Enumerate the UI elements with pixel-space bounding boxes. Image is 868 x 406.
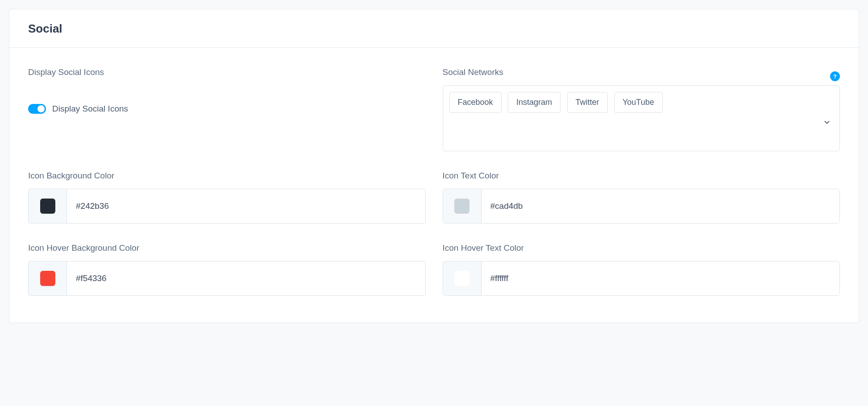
icon-hover-text-swatch bbox=[454, 271, 469, 286]
display-social-icons-field: Display Social Icons Display Social Icon… bbox=[28, 67, 426, 151]
icon-bg-label: Icon Background Color bbox=[28, 171, 426, 181]
chip-twitter[interactable]: Twitter bbox=[567, 92, 608, 113]
icon-bg-input[interactable] bbox=[67, 189, 425, 223]
icon-hover-text-color-field: Icon Hover Text Color bbox=[443, 243, 840, 296]
icon-text-input[interactable] bbox=[482, 189, 840, 223]
icon-hover-bg-color-field: Icon Hover Background Color bbox=[28, 243, 426, 296]
social-networks-field: Social Networks ? Facebook Instagram Twi… bbox=[443, 67, 840, 151]
icon-hover-bg-swatch bbox=[40, 271, 55, 286]
icon-bg-color-field: Icon Background Color bbox=[28, 171, 426, 224]
social-settings-card: Social Display Social Icons Display Soci… bbox=[9, 9, 859, 323]
card-title: Social bbox=[28, 22, 840, 36]
icon-text-color-field: Icon Text Color bbox=[443, 171, 840, 224]
icon-hover-text-label: Icon Hover Text Color bbox=[443, 243, 840, 253]
help-icon[interactable]: ? bbox=[830, 71, 840, 81]
display-social-toggle[interactable] bbox=[28, 104, 46, 114]
icon-text-swatch bbox=[454, 199, 469, 214]
social-networks-heading: Social Networks bbox=[443, 67, 503, 77]
display-social-heading: Display Social Icons bbox=[28, 67, 426, 77]
display-social-toggle-row: Display Social Icons bbox=[28, 104, 426, 114]
display-social-toggle-label: Display Social Icons bbox=[52, 104, 128, 114]
icon-text-label: Icon Text Color bbox=[443, 171, 840, 181]
icon-text-swatch-button[interactable] bbox=[443, 189, 482, 223]
icon-hover-bg-input[interactable] bbox=[67, 261, 425, 295]
chevron-down-icon[interactable] bbox=[822, 118, 831, 128]
icon-hover-text-swatch-button[interactable] bbox=[443, 261, 482, 295]
icon-bg-swatch-button[interactable] bbox=[29, 189, 67, 223]
chip-facebook[interactable]: Facebook bbox=[449, 92, 502, 113]
icon-hover-bg-label: Icon Hover Background Color bbox=[28, 243, 426, 253]
social-networks-select[interactable]: Facebook Instagram Twitter YouTube bbox=[443, 85, 840, 151]
icon-hover-bg-swatch-button[interactable] bbox=[29, 261, 67, 295]
card-header: Social bbox=[9, 9, 859, 48]
icon-hover-text-input[interactable] bbox=[482, 261, 840, 295]
icon-bg-swatch bbox=[40, 199, 55, 214]
chip-youtube[interactable]: YouTube bbox=[614, 92, 663, 113]
chip-instagram[interactable]: Instagram bbox=[508, 92, 561, 113]
